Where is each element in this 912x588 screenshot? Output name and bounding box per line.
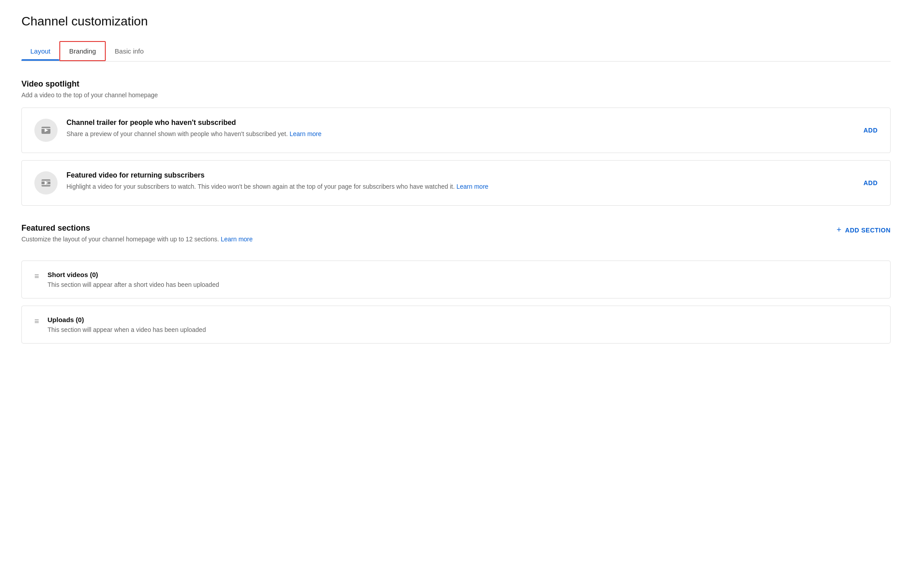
video-spotlight-subtitle: Add a video to the top of your channel h… xyxy=(21,91,891,99)
tab-basic-info[interactable]: Basic info xyxy=(106,42,153,60)
featured-video-icon xyxy=(34,171,58,195)
featured-video-title: Featured video for returning subscribers xyxy=(66,171,878,179)
uploads-section-card: ≡ Uploads (0) This section will appear w… xyxy=(21,306,891,344)
channel-trailer-desc: Share a preview of your channel shown wi… xyxy=(66,129,878,139)
tab-layout[interactable]: Layout xyxy=(21,42,59,60)
channel-trailer-add-button[interactable]: ADD xyxy=(863,127,878,134)
short-videos-desc: This section will appear after a short v… xyxy=(48,281,219,288)
featured-video-card: Featured video for returning subscribers… xyxy=(21,160,891,206)
featured-sections-learn-more[interactable]: Learn more xyxy=(221,236,253,243)
channel-trailer-icon xyxy=(34,119,58,142)
video-spotlight-section: Video spotlight Add a video to the top o… xyxy=(21,79,891,206)
featured-sections-subtitle: Customize the layout of your channel hom… xyxy=(21,236,253,243)
tab-branding[interactable]: Branding xyxy=(59,41,106,61)
uploads-drag-handle[interactable]: ≡ xyxy=(34,317,39,327)
featured-video-desc: Highlight a video for your subscribers t… xyxy=(66,182,878,191)
featured-sections-title: Featured sections xyxy=(21,224,253,233)
uploads-title: Uploads (0) xyxy=(48,316,206,323)
add-section-button[interactable]: + ADD SECTION xyxy=(837,225,891,235)
channel-trailer-card: Channel trailer for people who haven't s… xyxy=(21,108,891,153)
short-videos-section-card: ≡ Short videos (0) This section will app… xyxy=(21,261,891,298)
short-videos-drag-handle[interactable]: ≡ xyxy=(34,272,39,282)
video-spotlight-title: Video spotlight xyxy=(21,79,891,89)
plus-icon: + xyxy=(837,225,842,235)
channel-trailer-content: Channel trailer for people who haven't s… xyxy=(66,119,878,139)
uploads-desc: This section will appear when a video ha… xyxy=(48,326,206,333)
page-title: Channel customization xyxy=(21,14,891,29)
featured-sections-section: Featured sections Customize the layout o… xyxy=(21,224,891,344)
featured-sections-header: Featured sections Customize the layout o… xyxy=(21,224,891,252)
short-videos-title: Short videos (0) xyxy=(48,271,219,278)
tabs-bar: Layout Branding Basic info xyxy=(21,41,891,62)
featured-video-add-button[interactable]: ADD xyxy=(863,179,878,186)
channel-trailer-title: Channel trailer for people who haven't s… xyxy=(66,119,878,127)
channel-trailer-learn-more[interactable]: Learn more xyxy=(290,130,322,137)
featured-video-learn-more[interactable]: Learn more xyxy=(456,183,489,190)
featured-video-content: Featured video for returning subscribers… xyxy=(66,171,878,191)
